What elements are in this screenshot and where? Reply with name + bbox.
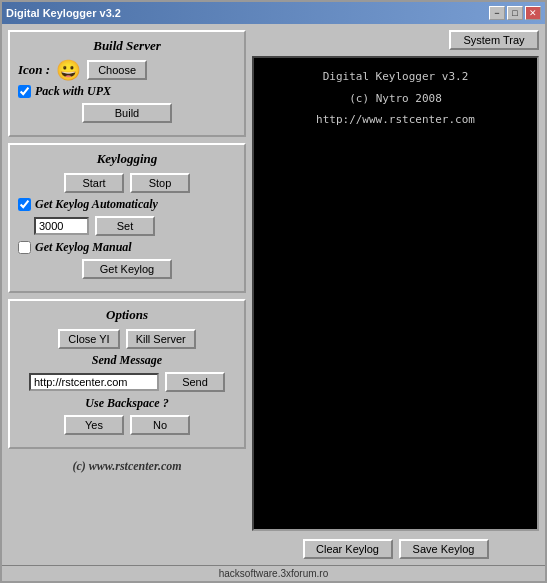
url-input[interactable] xyxy=(29,373,159,391)
options-section: Options Close YI Kill Server Send Messag… xyxy=(8,299,246,449)
options-title: Options xyxy=(18,307,236,323)
send-message-label-row: Send Message xyxy=(18,353,236,368)
build-button[interactable]: Build xyxy=(82,103,172,123)
build-server-section: Build Server Icon : 😀 Choose Pack with U… xyxy=(8,30,246,137)
close-button[interactable]: ✕ xyxy=(525,6,541,20)
send-button[interactable]: Send xyxy=(165,372,225,392)
log-area: Digital Keylogger v3.2 (c) Nytro 2008 ht… xyxy=(252,56,539,531)
icon-row: Icon : 😀 Choose xyxy=(18,60,236,80)
keylogging-title: Keylogging xyxy=(18,151,236,167)
minimize-button[interactable]: − xyxy=(489,6,505,20)
set-button[interactable]: Set xyxy=(95,216,155,236)
start-stop-row: Start Stop xyxy=(18,173,236,193)
footer-text: (c) www.rstcenter.com xyxy=(8,455,246,476)
get-keylog-button[interactable]: Get Keylog xyxy=(82,259,172,279)
get-auto-checkbox[interactable] xyxy=(18,198,31,211)
choose-button[interactable]: Choose xyxy=(87,60,147,80)
log-line-3: http://www.rstcenter.com xyxy=(260,111,531,129)
window-controls: − □ ✕ xyxy=(489,6,541,20)
interval-row: Set xyxy=(34,216,236,236)
bottom-buttons: Clear Keylog Save Keylog xyxy=(252,539,539,559)
pack-upx-label: Pack with UPX xyxy=(35,84,111,99)
window-title: Digital Keylogger v3.2 xyxy=(6,7,121,19)
log-line-1: Digital Keylogger v3.2 xyxy=(260,68,531,86)
log-line-2: (c) Nytro 2008 xyxy=(260,90,531,108)
get-keylog-row: Get Keylog xyxy=(18,259,236,279)
status-text: hacksoftware.3xforum.ro xyxy=(219,568,329,579)
pack-upx-checkbox[interactable] xyxy=(18,85,31,98)
get-manual-row: Get Keylog Manual xyxy=(18,240,236,255)
kill-server-button[interactable]: Kill Server xyxy=(126,329,196,349)
system-tray-row: System Tray xyxy=(252,30,539,50)
get-manual-checkbox[interactable] xyxy=(18,241,31,254)
pack-upx-row: Pack with UPX xyxy=(18,84,236,99)
title-bar: Digital Keylogger v3.2 − □ ✕ xyxy=(2,2,545,24)
get-auto-label: Get Keylog Automaticaly xyxy=(35,197,158,212)
start-button[interactable]: Start xyxy=(64,173,124,193)
send-row: Send xyxy=(18,372,236,392)
right-panel: System Tray Digital Keylogger v3.2 (c) N… xyxy=(252,30,539,559)
use-backspace-label: Use Backspace ? xyxy=(85,396,168,411)
maximize-button[interactable]: □ xyxy=(507,6,523,20)
keylogging-section: Keylogging Start Stop Get Keylog Automat… xyxy=(8,143,246,293)
get-auto-row: Get Keylog Automaticaly xyxy=(18,197,236,212)
icon-label: Icon : xyxy=(18,62,50,78)
close-yi-button[interactable]: Close YI xyxy=(58,329,119,349)
status-bar: hacksoftware.3xforum.ro xyxy=(2,565,545,581)
window-content: Build Server Icon : 😀 Choose Pack with U… xyxy=(2,24,545,565)
get-manual-label: Get Keylog Manual xyxy=(35,240,132,255)
save-keylog-button[interactable]: Save Keylog xyxy=(399,539,489,559)
send-message-label: Send Message xyxy=(92,353,162,368)
close-kill-row: Close YI Kill Server xyxy=(18,329,236,349)
yes-no-row: Yes No xyxy=(18,415,236,435)
build-row: Build xyxy=(18,103,236,123)
stop-button[interactable]: Stop xyxy=(130,173,190,193)
use-backspace-label-row: Use Backspace ? xyxy=(18,396,236,411)
clear-keylog-button[interactable]: Clear Keylog xyxy=(303,539,393,559)
no-button[interactable]: No xyxy=(130,415,190,435)
build-server-title: Build Server xyxy=(18,38,236,54)
main-window: Digital Keylogger v3.2 − □ ✕ Build Serve… xyxy=(0,0,547,583)
yes-button[interactable]: Yes xyxy=(64,415,124,435)
interval-input[interactable] xyxy=(34,217,89,235)
emoji-icon: 😀 xyxy=(56,60,81,80)
left-panel: Build Server Icon : 😀 Choose Pack with U… xyxy=(8,30,246,559)
system-tray-button[interactable]: System Tray xyxy=(449,30,539,50)
